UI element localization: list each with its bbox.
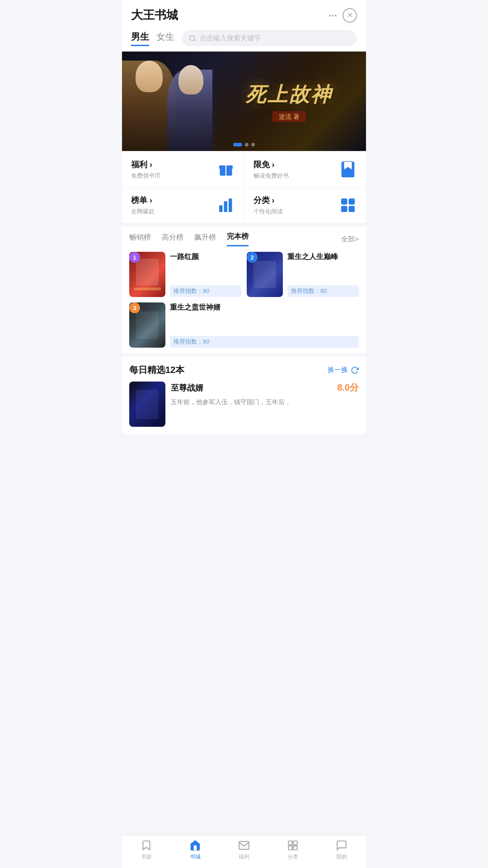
- bookmark-icon: [339, 160, 357, 179]
- book-cover-2: 2: [247, 252, 283, 297]
- tab-bestseller[interactable]: 畅销榜: [129, 233, 151, 246]
- daily-section: 每日精选12本 换一换 至尊战婿 8.0分 五年前，他参军入伍，镇守国门，五年后…: [122, 357, 366, 434]
- svg-rect-13: [341, 206, 347, 212]
- book-info-3: 重生之盖世神婿 推荐指数：80: [170, 302, 359, 348]
- gift-icon: [217, 160, 235, 179]
- daily-book-info: 至尊战婿 8.0分 五年前，他参军入伍，镇守国门，五年后，: [171, 382, 359, 427]
- banner-dots: [233, 143, 255, 146]
- header: 大王书城 ··· ✕: [122, 0, 366, 27]
- book-info-1: 一路红颜 推荐指数：80: [170, 252, 241, 297]
- svg-rect-9: [224, 201, 227, 212]
- more-button[interactable]: ···: [329, 9, 337, 21]
- tab-completed[interactable]: 完本榜: [227, 232, 249, 246]
- category-subtitle: 个性化阅读: [253, 208, 283, 216]
- welfare-subtitle: 免费领书币: [131, 172, 160, 180]
- tabs-row: 畅销榜 高分榜 飙升榜 完本榜 全部>: [122, 226, 366, 246]
- books-grid: 1 一路红颜 推荐指数：80 2: [122, 246, 366, 302]
- refresh-button[interactable]: 换一换: [328, 366, 359, 374]
- ranking-title: 榜单 ›: [131, 195, 155, 206]
- app-title: 大王书城: [131, 7, 178, 23]
- svg-point-0: [190, 36, 195, 41]
- tab-all[interactable]: 全部>: [341, 235, 359, 244]
- svg-rect-14: [349, 206, 355, 212]
- book-rank-3: 3: [129, 302, 140, 313]
- book-rank-1: 1: [129, 252, 140, 263]
- tab-female[interactable]: 女生: [156, 31, 174, 46]
- chart-icon: [217, 196, 235, 214]
- banner-subtitle: 逆流 著: [272, 111, 306, 122]
- dot-2: [245, 143, 249, 146]
- ranking-subtitle: 全网爆款: [131, 208, 155, 216]
- free-title: 限免 ›: [253, 159, 289, 170]
- book-info-2: 重生之人生巅峰 推荐指数：80: [287, 252, 359, 297]
- quick-item-category[interactable]: 分类 › 个性化阅读: [244, 188, 366, 223]
- tab-rising[interactable]: 飙升榜: [194, 233, 216, 246]
- quick-access-grid: 福利 › 免费领书币 限免 › 畅读免费好书: [122, 152, 366, 223]
- refresh-label: 换一换: [328, 366, 348, 374]
- book-title-3: 重生之盖世神婿: [170, 302, 359, 312]
- dot-1: [233, 143, 242, 146]
- quick-item-free[interactable]: 限免 › 畅读免费好书: [244, 152, 366, 187]
- close-button[interactable]: ✕: [343, 8, 357, 23]
- nav-tabs: 男生 女生: [131, 31, 174, 46]
- svg-line-1: [194, 40, 195, 41]
- daily-book-cover: [129, 382, 165, 427]
- svg-rect-8: [219, 205, 223, 212]
- banner[interactable]: 死上故神 逆流 著: [122, 52, 366, 151]
- nav-search: 男生 女生 点击输入搜索关键字: [122, 27, 366, 52]
- refresh-icon: [351, 366, 359, 374]
- daily-book-score: 8.0分: [337, 382, 359, 394]
- tabs-section: 畅销榜 高分榜 飙升榜 完本榜 全部> 1 一路红颜 推荐指数：80: [122, 226, 366, 353]
- book-item-2[interactable]: 2 重生之人生巅峰 推荐指数：80: [247, 252, 359, 297]
- book-score-3: 推荐指数：80: [170, 336, 359, 348]
- daily-book-title: 至尊战婿: [171, 382, 203, 393]
- grid-icon: [339, 196, 357, 214]
- daily-header: 每日精选12本 换一换: [129, 364, 359, 376]
- welfare-title: 福利 ›: [131, 159, 160, 170]
- svg-rect-11: [341, 198, 347, 205]
- book-cover-3: 3: [129, 302, 165, 348]
- search-bar[interactable]: 点击输入搜索关键字: [182, 30, 357, 46]
- svg-rect-12: [349, 198, 355, 205]
- banner-title: 死上故神: [220, 81, 359, 108]
- quick-item-ranking[interactable]: 榜单 › 全网爆款: [122, 188, 244, 223]
- category-title: 分类 ›: [253, 195, 283, 206]
- daily-book-desc: 五年前，他参军入伍，镇守国门，五年后，: [171, 397, 359, 407]
- free-subtitle: 畅读免费好书: [253, 172, 289, 180]
- dot-3: [251, 143, 255, 146]
- tab-highscore[interactable]: 高分榜: [162, 233, 183, 246]
- header-actions: ··· ✕: [329, 8, 357, 23]
- book-item-1[interactable]: 1 一路红颜 推荐指数：80: [129, 252, 241, 297]
- book-title-1: 一路红颜: [170, 252, 241, 262]
- search-placeholder: 点击输入搜索关键字: [200, 34, 261, 42]
- book-title-2: 重生之人生巅峰: [287, 252, 359, 262]
- book-score-2: 推荐指数：80: [287, 285, 359, 297]
- book-score-1: 推荐指数：80: [170, 285, 241, 297]
- book-cover-1: 1: [129, 252, 165, 297]
- tab-male[interactable]: 男生: [131, 31, 149, 46]
- banner-content: 死上故神 逆流 著: [122, 52, 366, 151]
- daily-book[interactable]: 至尊战婿 8.0分 五年前，他参军入伍，镇守国门，五年后，: [129, 382, 359, 427]
- daily-title: 每日精选12本: [129, 364, 184, 376]
- search-icon: [189, 35, 196, 42]
- daily-book-title-row: 至尊战婿 8.0分: [171, 382, 359, 394]
- svg-rect-10: [229, 198, 232, 212]
- book-item-3[interactable]: 3 重生之盖世神婿 推荐指数：80: [122, 302, 366, 353]
- banner-text-area: 死上故神 逆流 著: [212, 72, 366, 130]
- book-rank-2: 2: [247, 252, 258, 263]
- quick-item-welfare[interactable]: 福利 › 免费领书币: [122, 152, 244, 187]
